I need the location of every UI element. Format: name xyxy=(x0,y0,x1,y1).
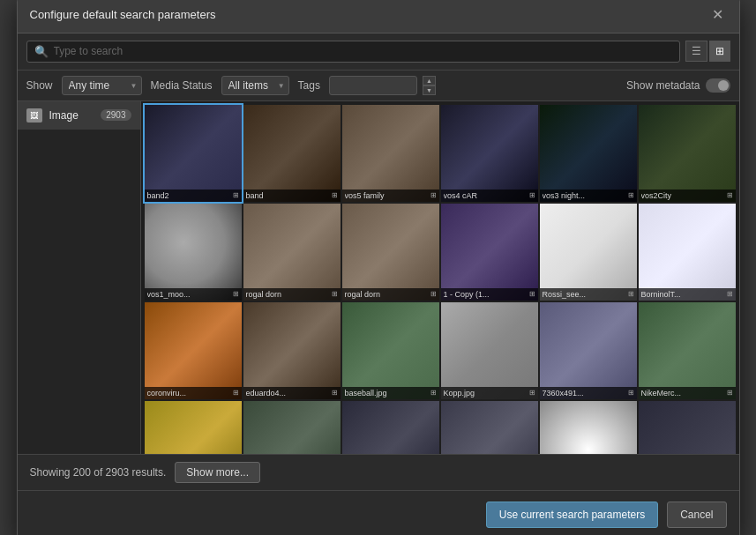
title-bar: Configure default search parameters ✕ xyxy=(18,0,739,33)
grid-item[interactable]: 7360x491...⊞ xyxy=(540,302,637,399)
grid-item-name: vos5 family xyxy=(345,191,429,200)
grid-item-name: rogal dorn xyxy=(345,290,429,299)
grid-item-type-icon: ⊞ xyxy=(332,191,338,199)
grid-item[interactable]: eduardo4...⊞ xyxy=(243,302,341,399)
grid-item-name: band xyxy=(246,191,330,200)
sidebar-item-image[interactable]: 🖼 Image 2903 xyxy=(18,101,140,130)
grid-item-label: band2⊞ xyxy=(145,189,242,202)
grid-item[interactable]: rogal dorn⊞ xyxy=(342,204,439,301)
grid-item-type-icon: ⊞ xyxy=(727,191,733,199)
grid-item-label: vos2City⊞ xyxy=(639,189,736,202)
media-status-filter[interactable]: All items Online Offline xyxy=(221,76,289,95)
grid-item-name: NikeMerc... xyxy=(641,389,725,398)
grid-item[interactable]: Ref_Strap2⊞ xyxy=(342,401,439,454)
grid-view-button[interactable]: ⊞ xyxy=(709,41,730,62)
tags-down-button[interactable]: ▼ xyxy=(423,85,436,95)
grid-item[interactable]: vos5 family⊞ xyxy=(342,105,439,202)
image-grid: band2⊞band⊞vos5 family⊞vos4 cAR⊞vos3 nig… xyxy=(145,105,736,454)
search-input-wrap: 🔍 xyxy=(26,41,680,63)
grid-item[interactable]: band⊞ xyxy=(243,105,341,202)
list-view-button[interactable]: ☰ xyxy=(685,41,707,62)
tags-input[interactable] xyxy=(329,76,417,95)
grid-item-type-icon: ⊞ xyxy=(430,389,437,397)
grid-item[interactable]: coronviru...⊞ xyxy=(145,302,242,399)
grid-item[interactable]: fire_wt_al...⊞ xyxy=(441,401,538,454)
grid-item[interactable]: Rossi_see...⊞ xyxy=(540,204,637,301)
time-filter[interactable]: Any time Today This week This month xyxy=(62,76,142,95)
grid-item-label: band⊞ xyxy=(243,189,341,202)
grid-item[interactable]: triangle⊞ xyxy=(639,401,736,454)
grid-item[interactable]: 1024x768...⊞ xyxy=(145,401,242,454)
grid-item[interactable]: vos4 cAR⊞ xyxy=(441,105,538,202)
grid-item[interactable]: sphere4r⊞ xyxy=(540,401,637,454)
show-label: Show xyxy=(26,79,53,92)
grid-item-type-icon: ⊞ xyxy=(727,389,733,397)
grid-item-type-icon: ⊞ xyxy=(628,389,634,397)
time-filter-wrap: Any time Today This week This month xyxy=(62,76,142,95)
grid-item-type-icon: ⊞ xyxy=(529,191,535,199)
tags-up-button[interactable]: ▲ xyxy=(423,76,436,85)
grid-item-label: vos3 night...⊞ xyxy=(540,189,637,202)
grid-item-name: coronviru... xyxy=(147,389,231,398)
grid-item[interactable]: baseball.jpg⊞ xyxy=(342,302,439,399)
show-more-button[interactable]: Show more... xyxy=(175,462,260,483)
grid-item[interactable]: NikeMerc...⊞ xyxy=(639,302,736,399)
grid-item[interactable]: vos3 night...⊞ xyxy=(540,105,637,202)
grid-item-label: rogal dorn⊞ xyxy=(243,288,341,301)
grid-item[interactable]: vos1_moo...⊞ xyxy=(145,204,242,301)
grid-item-type-icon: ⊞ xyxy=(430,191,437,199)
search-input[interactable] xyxy=(54,45,672,57)
grid-item-name: vos1_moo... xyxy=(147,290,231,299)
grid-item-name: vos4 cAR xyxy=(444,191,528,200)
search-icon: 🔍 xyxy=(34,45,49,58)
grid-item-type-icon: ⊞ xyxy=(332,290,338,298)
grid-item[interactable]: 1920x108...⊞ xyxy=(243,401,341,454)
cancel-button[interactable]: Cancel xyxy=(667,502,726,528)
grid-item-label: NikeMerc...⊞ xyxy=(639,387,736,399)
grid-item-label: 1 - Copy (1...⊞ xyxy=(441,288,538,301)
use-current-button[interactable]: Use current search parameters xyxy=(486,502,658,528)
grid-item-label: 7360x491...⊞ xyxy=(540,387,637,399)
grid-item[interactable]: rogal dorn⊞ xyxy=(243,204,341,301)
grid-item-type-icon: ⊞ xyxy=(727,290,733,298)
sidebar-item-label: Image xyxy=(49,109,94,122)
show-metadata-section: Show metadata xyxy=(626,78,730,93)
grid-item-type-icon: ⊞ xyxy=(628,191,634,199)
grid-item-type-icon: ⊞ xyxy=(332,389,338,397)
bottom-bar: Showing 200 of 2903 results. Show more..… xyxy=(18,454,739,490)
configure-dialog: Configure default search parameters ✕ 🔍 … xyxy=(17,0,740,535)
grid-item-label: baseball.jpg⊞ xyxy=(342,387,439,399)
grid-item-name: rogal dorn xyxy=(246,290,330,299)
grid-item-name: eduardo4... xyxy=(246,389,330,398)
grid-item-label: Kopp.jpg⊞ xyxy=(441,387,538,399)
image-icon: 🖼 xyxy=(26,108,42,123)
grid-item-label: eduardo4...⊞ xyxy=(243,387,341,399)
grid-item-label: coronviru...⊞ xyxy=(145,387,242,399)
tags-label: Tags xyxy=(298,79,320,92)
show-metadata-toggle[interactable] xyxy=(706,78,730,93)
grid-item[interactable]: BorninolT...⊞ xyxy=(639,204,736,301)
grid-item[interactable]: Kopp.jpg⊞ xyxy=(441,302,538,399)
grid-item-type-icon: ⊞ xyxy=(529,389,535,397)
grid-item-type-icon: ⊞ xyxy=(233,290,239,298)
grid-item-type-icon: ⊞ xyxy=(529,290,535,298)
grid-item-name: Kopp.jpg xyxy=(444,389,528,398)
view-toggle: ☰ ⊞ xyxy=(685,41,730,62)
grid-item-name: BorninolT... xyxy=(641,290,725,299)
grid-item[interactable]: band2⊞ xyxy=(145,105,242,202)
grid-item[interactable]: vos2City⊞ xyxy=(639,105,736,202)
tags-spinners: ▲ ▼ xyxy=(423,76,436,95)
media-status-wrap: All items Online Offline xyxy=(221,76,289,95)
grid-item-type-icon: ⊞ xyxy=(430,290,437,298)
grid-item-name: vos2City xyxy=(641,191,725,200)
grid-item[interactable]: 1 - Copy (1...⊞ xyxy=(441,204,538,301)
dialog-title: Configure default search parameters xyxy=(30,8,216,21)
grid-item-name: band2 xyxy=(147,191,231,200)
search-bar: 🔍 ☰ ⊞ xyxy=(18,33,739,71)
close-button[interactable]: ✕ xyxy=(708,6,727,24)
show-metadata-label: Show metadata xyxy=(626,79,700,92)
grid-area[interactable]: band2⊞band⊞vos5 family⊞vos4 cAR⊞vos3 nig… xyxy=(141,101,739,454)
grid-item-label: vos1_moo...⊞ xyxy=(145,288,242,301)
grid-item-name: 7360x491... xyxy=(543,389,626,398)
grid-item-label: vos5 family⊞ xyxy=(342,189,439,202)
